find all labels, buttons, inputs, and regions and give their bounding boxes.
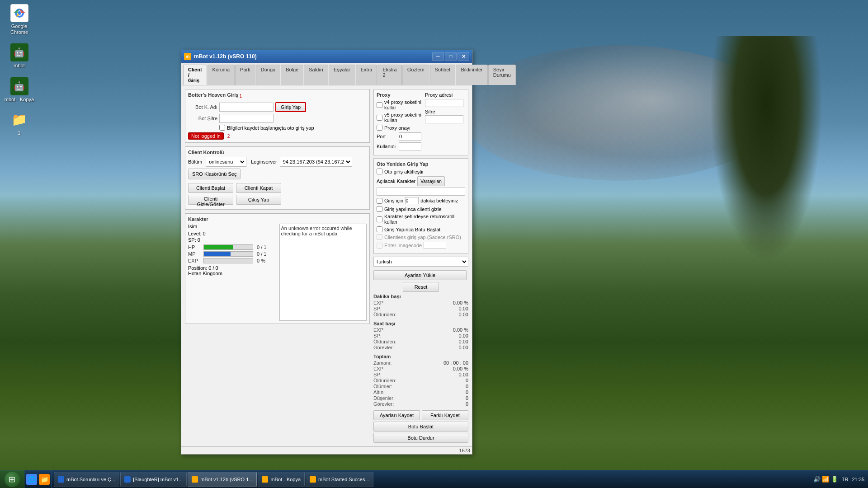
bot-name-input[interactable]: [219, 103, 274, 112]
farkli-kaydet-button[interactable]: Farklı Kaydet: [422, 410, 468, 420]
desktop-icon-chrome[interactable]: Google Chrome: [2, 2, 36, 37]
giris-yapinca-checkbox[interactable]: [377, 206, 382, 212]
giris-icin-row: Giriş için dakika bekleyiniz: [377, 197, 465, 204]
tab-sohbet[interactable]: Sohbet: [430, 65, 456, 85]
tab-koruma[interactable]: Koruma: [208, 65, 235, 85]
close-client-button[interactable]: Clienti Kapat: [236, 183, 281, 193]
proxy-onay-label: Proxy onayı: [384, 125, 410, 131]
dakika-input[interactable]: [405, 197, 419, 204]
dakika-exp-val: 0.00 %: [453, 300, 468, 305]
proxy-right: Proxy adresi Şifre: [425, 92, 465, 152]
toplam-gorevler-val: 0: [466, 401, 468, 407]
taskbar-item-4[interactable]: mBot Started Succes...: [306, 472, 373, 487]
start-client-button[interactable]: Clienti Başlat: [188, 183, 233, 193]
mbot-label: mbot: [14, 63, 24, 69]
taskbar-right: 🔊 📶 🔋 TR 21:35: [810, 476, 868, 483]
save-checkbox[interactable]: [219, 125, 225, 131]
hide-client-button[interactable]: Clienti Gizle/Göster: [188, 195, 233, 205]
tab-bildirimler[interactable]: Bildirimler: [456, 65, 487, 85]
clientless-row: Clientless giriş yap (Sadece rSRO): [377, 234, 465, 240]
desktop-icon-folder[interactable]: 📁 1: [2, 109, 36, 138]
clientless-checkbox[interactable]: [377, 234, 382, 240]
character-left: İsim Level: 0 SP: 0 HP: [188, 224, 276, 321]
saat-exp-val: 0.00 %: [453, 327, 468, 333]
v4-checkbox[interactable]: [377, 102, 382, 108]
bot-name-row: Bot K. Adı Giriş Yap: [188, 102, 367, 112]
mp-fill: [204, 252, 231, 256]
log-panel: An unknown error occured while checking …: [279, 224, 367, 321]
tab-bolge[interactable]: Bölge: [281, 65, 303, 85]
exit-button[interactable]: Çıkış Yap: [236, 195, 281, 205]
ayarlari-kaydet-button[interactable]: Ayarları Kaydet: [373, 410, 420, 420]
taskbar-item-3[interactable]: mBot - Kopya: [258, 472, 305, 487]
taskbar-item-0[interactable]: mBot Sorunları ve Ç...: [54, 472, 119, 487]
giris-bot-checkbox[interactable]: [377, 226, 382, 232]
proxy-onay-checkbox[interactable]: [377, 125, 382, 131]
tab-saldiri[interactable]: Saldırı: [304, 65, 328, 85]
character-layout: İsim Level: 0 SP: 0 HP: [188, 224, 367, 321]
toplam-title: Toplam: [373, 354, 468, 359]
close-button[interactable]: ✕: [458, 52, 469, 61]
tab-parti[interactable]: Parti: [235, 65, 255, 85]
acilacak-label: Açılacak Karakter: [377, 178, 415, 184]
ie-icon[interactable]: 🌐: [26, 474, 37, 485]
v5-checkbox[interactable]: [377, 115, 382, 121]
explorer-icon[interactable]: 📁: [39, 474, 50, 485]
window-titlebar[interactable]: m mBot v1.12b (vSRO 110) ─ □ ✕: [181, 50, 472, 63]
karakter-sehir-row: Karakter şehirdeyse returnscroll kullan: [377, 214, 465, 225]
tab-ekstra2[interactable]: Ekstra 2: [377, 65, 401, 85]
bot-pass-row: Bot Şifre: [188, 114, 367, 123]
botu-durdur-button[interactable]: Botu Durdur: [373, 433, 468, 443]
enter-image-checkbox[interactable]: [377, 243, 382, 249]
toplam-gorevler-label: Görevler:: [373, 401, 394, 407]
toplam-dusenler-val: 0: [466, 395, 468, 401]
karakter-sehir-checkbox[interactable]: [377, 216, 382, 222]
taskbar-item-1[interactable]: [SlaughteR] mBot v1...: [120, 472, 187, 487]
sro-klasoru-button[interactable]: SRO Klasörünü Seç: [188, 169, 241, 179]
toplam-sp-val: 0.00: [459, 372, 468, 377]
image-code-input[interactable]: [424, 242, 446, 249]
proxy-title: Proxy: [377, 92, 421, 98]
proxy-adresi-input[interactable]: [425, 99, 463, 107]
minimize-button[interactable]: ─: [432, 52, 444, 61]
saat-oldurulen-val: 0.00: [459, 339, 468, 344]
tab-gozlem[interactable]: Gözlem: [402, 65, 429, 85]
tab-esyalar[interactable]: Eşyalar: [329, 65, 355, 85]
auto-login-section: Oto Yeniden Giriş Yap Oto giriş aktifleş…: [373, 158, 468, 254]
desktop-icon-mbot-copy[interactable]: 🤖 mbot - Kopya: [2, 75, 36, 104]
kullanici-input[interactable]: [399, 142, 421, 150]
tab-seyir[interactable]: Seyir Durumu: [488, 65, 516, 85]
desktop-icon-mbot[interactable]: 🤖 mbot: [2, 42, 36, 70]
oto-checkbox[interactable]: [377, 169, 382, 174]
sifre-input[interactable]: [425, 115, 463, 123]
loginserver-select[interactable]: 94.23.167.203 (94.23.167.203): [280, 157, 352, 167]
ayarlari-yukle-button[interactable]: Ayarları Yükle: [373, 270, 467, 280]
bolum-select[interactable]: onlinesunu: [206, 157, 246, 167]
botu-baslat-button[interactable]: Botu Başlat: [373, 422, 468, 432]
bot-pass-input[interactable]: [219, 114, 274, 123]
log-area[interactable]: An unknown error occured while checking …: [279, 224, 367, 321]
giris-icin-label: Giriş için: [384, 198, 403, 203]
maximize-button[interactable]: □: [445, 52, 457, 61]
taskbar-item-2[interactable]: mBot v1.12b (vSRO 1...: [188, 472, 257, 487]
language-select[interactable]: Turkish: [373, 257, 468, 267]
saat-oldurulen-label: Öldürülen:: [373, 339, 396, 344]
stats-panel: Dakika başı EXP: 0.00 % SP: 0.00 Öldürül…: [373, 294, 468, 407]
mbot-copy-label: mbot - Kopya: [5, 97, 34, 103]
start-button[interactable]: ⊞: [0, 470, 24, 488]
tab-client-giris[interactable]: Client / Giriş: [183, 65, 207, 85]
client-buttons-row: Clienti Başlat Clienti Kapat: [188, 183, 367, 193]
port-input[interactable]: [399, 132, 421, 141]
server-row: Bölüm onlinesunu Loginserver 94.23.167.2…: [188, 157, 367, 167]
character-section: Karakter İsim Level: 0 SP:: [185, 213, 370, 324]
tab-extra[interactable]: Extra: [356, 65, 377, 85]
varsayilan-button[interactable]: Varsayılan: [417, 176, 445, 186]
giris-yap-button[interactable]: Giriş Yap: [275, 102, 306, 112]
tab-dongu[interactable]: Döngü: [256, 65, 280, 85]
hp-label: HP: [188, 244, 202, 250]
karakter-name-input[interactable]: [377, 188, 465, 196]
dakika-exp-row: EXP: 0.00 %: [373, 300, 468, 305]
folder-label: 1: [18, 130, 20, 136]
reset-button[interactable]: Reset: [403, 282, 439, 292]
giris-icin-checkbox[interactable]: [377, 198, 382, 204]
